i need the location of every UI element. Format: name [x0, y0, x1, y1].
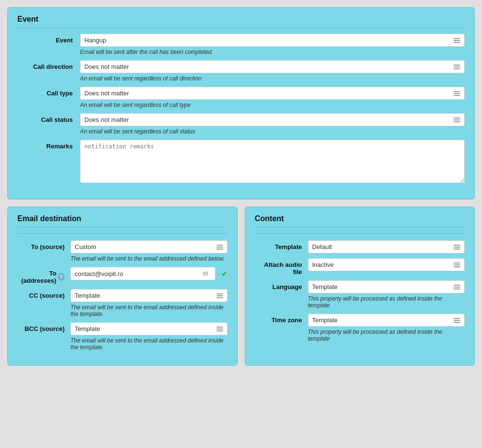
language-label: Language	[255, 280, 308, 290]
template-control-wrap: Default	[308, 240, 465, 253]
hamburger-icon	[216, 293, 223, 298]
hamburger-icon	[454, 38, 460, 43]
to-addresses-control-wrap: ✉ ✔	[70, 267, 228, 280]
divider	[17, 233, 228, 234]
check-icon: ✔	[221, 269, 228, 278]
bcc-source-label: BCC (source)	[17, 322, 70, 332]
content-panel: Content Template Default Attach audio fi…	[245, 207, 475, 366]
hamburger-icon	[454, 91, 460, 96]
language-value: Template	[312, 283, 451, 290]
hamburger-icon	[454, 65, 460, 69]
hamburger-icon	[454, 118, 460, 122]
attach-audio-label: Attach audio file	[255, 258, 308, 276]
hamburger-icon	[454, 285, 460, 290]
time-zone-control-wrap: Template This property will be processed…	[308, 314, 465, 342]
event-label: Event	[17, 34, 80, 44]
time-zone-label: Time zone	[255, 314, 308, 324]
call-direction-hint: An email will be sent regardless of call…	[80, 75, 465, 82]
template-row: Template Default	[255, 240, 465, 253]
cc-source-value: Template	[75, 292, 214, 299]
to-source-hint: The email will be sent to the email addr…	[70, 255, 228, 262]
time-zone-hint: This property will be processed as defin…	[308, 329, 465, 342]
remarks-row: Remarks	[17, 140, 465, 184]
call-status-label: Call status	[17, 113, 80, 123]
bcc-source-row: BCC (source) Template The email will be …	[17, 322, 228, 351]
content-panel-title: Content	[255, 214, 465, 227]
bottom-row: Email destination To (source) Custom The…	[7, 207, 475, 373]
call-type-label: Call type	[17, 87, 80, 97]
event-select-value: Hangup	[84, 37, 451, 44]
bcc-source-hint: The email will be sent to the email addr…	[70, 337, 228, 351]
template-value: Default	[312, 243, 451, 250]
cc-source-select[interactable]: Template	[70, 289, 228, 302]
attach-audio-row: Attach audio file Inactive	[255, 258, 465, 276]
hamburger-icon	[216, 245, 223, 250]
template-select[interactable]: Default	[308, 240, 465, 253]
remarks-textarea[interactable]	[80, 140, 465, 183]
time-zone-value: Template	[312, 316, 451, 324]
call-status-hint: An email will be sent regardless of call…	[80, 128, 465, 135]
language-row: Language Template This property will be …	[255, 280, 465, 309]
to-source-select[interactable]: Custom	[70, 240, 228, 253]
template-label: Template	[255, 240, 308, 250]
call-status-control-wrap: Does not matter An email will be sent re…	[80, 113, 465, 135]
hamburger-icon	[454, 318, 460, 323]
call-direction-select[interactable]: Does not matter	[80, 60, 465, 73]
call-status-select[interactable]: Does not matter	[80, 113, 465, 126]
call-type-control-wrap: Does not matter An email will be sent re…	[80, 87, 465, 108]
bcc-source-select[interactable]: Template	[70, 322, 228, 335]
to-addresses-label-wrap: To (addresses) ?	[17, 267, 70, 284]
to-addresses-label: To (addresses)	[17, 270, 56, 284]
cc-source-label: CC (source)	[17, 289, 70, 299]
event-select[interactable]: Hangup	[80, 34, 465, 47]
attach-audio-select[interactable]: Inactive	[308, 258, 465, 271]
to-source-control-wrap: Custom The email will be sent to the ema…	[70, 240, 228, 262]
hamburger-icon	[454, 263, 460, 267]
call-direction-value: Does not matter	[84, 63, 451, 70]
email-icon: ✉	[202, 270, 208, 277]
to-source-label: To (source)	[17, 240, 70, 250]
to-source-row: To (source) Custom The email will be sen…	[17, 240, 228, 262]
call-direction-control-wrap: Does not matter An email will be sent re…	[80, 60, 465, 82]
cc-source-row: CC (source) Template The email will be s…	[17, 289, 228, 317]
bcc-source-value: Template	[75, 325, 214, 332]
call-status-value: Does not matter	[84, 116, 451, 123]
call-status-row: Call status Does not matter An email wil…	[17, 113, 465, 135]
to-addresses-input-wrap: ✉	[70, 267, 215, 280]
divider	[255, 233, 465, 234]
call-type-hint: An email will be sent regardless of call…	[80, 102, 465, 108]
call-type-row: Call type Does not matter An email will …	[17, 87, 465, 108]
hamburger-icon	[454, 245, 460, 250]
help-icon[interactable]: ?	[58, 273, 65, 281]
language-control-wrap: Template This property will be processed…	[308, 280, 465, 309]
to-addresses-input[interactable]	[75, 270, 202, 277]
cc-source-hint: The email will be sent to the email addr…	[70, 304, 228, 317]
event-row: Event Hangup Email will be sent after th…	[17, 34, 465, 55]
hamburger-icon	[216, 327, 223, 331]
cc-source-control-wrap: Template The email will be sent to the e…	[70, 289, 228, 317]
call-direction-row: Call direction Does not matter An email …	[17, 60, 465, 82]
to-addresses-row: To (addresses) ? ✉ ✔	[17, 267, 228, 284]
to-source-value: Custom	[75, 243, 214, 250]
language-select[interactable]: Template	[308, 280, 465, 293]
event-panel-title: Event	[17, 15, 465, 28]
call-type-select[interactable]: Does not matter	[80, 87, 465, 100]
call-direction-label: Call direction	[17, 60, 80, 70]
bcc-source-control-wrap: Template The email will be sent to the e…	[70, 322, 228, 351]
email-destination-panel: Email destination To (source) Custom The…	[7, 207, 238, 366]
time-zone-select[interactable]: Template	[308, 314, 465, 327]
event-hint: Email will be sent after the call has be…	[80, 49, 465, 55]
remarks-control-wrap	[80, 140, 465, 184]
event-panel: Event Event Hangup Email will be sent af…	[7, 7, 475, 199]
email-panel-title: Email destination	[17, 214, 228, 227]
call-type-value: Does not matter	[84, 90, 451, 97]
attach-audio-value: Inactive	[312, 261, 451, 268]
language-hint: This property will be processed as defin…	[308, 295, 465, 309]
time-zone-row: Time zone Template This property will be…	[255, 314, 465, 342]
remarks-label: Remarks	[17, 140, 80, 150]
attach-audio-control-wrap: Inactive	[308, 258, 465, 271]
event-control-wrap: Hangup Email will be sent after the call…	[80, 34, 465, 55]
